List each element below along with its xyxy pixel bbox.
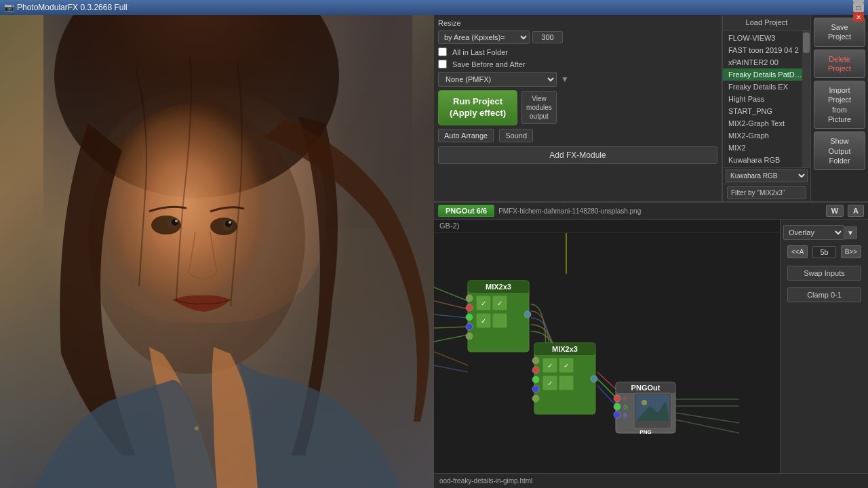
pngout-bar: PNGOut 6/6 PMFX-hichem-dahmani-1148280-u… [434,202,868,220]
svg-text:✓: ✓ [547,362,553,369]
bottom-graph-panel: GB-2) MI [434,220,868,488]
right-overlay-controls: Overlay ▼ <<A B>> Swap Inputs Clamp 0-1 [780,220,868,488]
svg-text:MIX2x3: MIX2x3 [552,345,578,353]
import-project-button[interactable]: Import Project from Picture [814,81,865,129]
svg-text:PNG: PNG [639,429,651,435]
svg-point-40 [532,367,539,373]
graph-main: GB-2) MI [434,220,780,488]
all-in-last-folder-label: All in Last Folder [452,48,508,56]
svg-text:MIX2x3: MIX2x3 [486,283,511,291]
w-button[interactable]: W [826,205,844,217]
svg-line-14 [434,301,468,309]
overlay-select-row: Overlay ▼ [783,225,865,240]
load-project-title: Load Project [723,15,810,30]
preset-select[interactable]: None (PMFX) [438,72,557,87]
view-modules-button[interactable]: View modules output [521,91,557,124]
view-modules-l1: View [532,95,547,102]
resize-value-input[interactable] [532,31,563,43]
svg-point-9 [225,220,232,227]
svg-text:✓: ✓ [564,362,569,369]
a-button[interactable]: A [848,205,864,217]
project-item-freaky-details-ex[interactable]: Freaky Details EX [723,81,810,93]
svg-point-22 [466,304,473,311]
run-project-label-line2: (Apply effect) [450,108,506,118]
project-item-kuwahara-rgb[interactable]: Kuwahara RGB [723,154,810,166]
a-nav-button[interactable]: <<A [787,245,808,258]
gb2-area-label: GB-2) [434,220,780,232]
ab-controls: <<A B>> [783,243,865,261]
svg-text:✓: ✓ [547,380,553,387]
right-panel: Resize by Area (Kpixels)= All in Last Fo… [434,15,868,488]
clamp-button[interactable]: Clamp 0-1 [787,287,861,302]
svg-point-11 [195,426,199,430]
save-project-button[interactable]: Save Project [814,18,865,47]
filter-button[interactable]: Filter by "MIX2x3" [727,186,806,199]
action-buttons-panel: Save Project Delete Project Import Proje… [810,15,868,201]
svg-point-41 [532,376,539,383]
project-item-mix2-graph[interactable]: MIX2-Graph [723,129,810,142]
project-item-flow-view3[interactable]: FLOW-VIEW3 [723,32,810,44]
main-container: Resize by Area (Kpixels)= All in Last Fo… [0,15,868,488]
view-modules-l3: output [530,113,549,120]
save-before-after-checkbox[interactable] [438,60,447,68]
portrait-svg [0,15,434,488]
svg-point-42 [532,386,539,392]
preset-arrow: ▼ [561,75,569,84]
delete-project-button[interactable]: Delete Project [814,49,865,79]
project-item-mix2-graph-text[interactable]: MIX2-Graph Text [723,117,810,129]
svg-point-25 [466,333,473,340]
run-project-label-line1: Run Project [453,96,502,106]
svg-point-66 [614,411,620,418]
left-controls: Resize by Area (Kpixels)= All in Last Fo… [434,15,722,201]
svg-text:G: G [623,404,628,411]
project-dropdown[interactable]: Kuwahara RGB [726,169,808,182]
project-list-container: FLOW-VIEW3 FAST toon 2019 04 2 xPAINTER2… [723,30,810,167]
svg-point-64 [614,403,620,410]
all-in-last-folder-row: All in Last Folder [438,47,717,56]
pngout-button[interactable]: PNGOut 6/6 [438,205,494,217]
controls-area: Resize by Area (Kpixels)= All in Last Fo… [434,15,868,202]
bottom-controls: Auto Arrange Sound [438,129,717,142]
svg-point-43 [532,395,539,402]
run-project-button[interactable]: Run Project (Apply effect) [438,90,517,125]
project-dropdown-row: Kuwahara RGB [723,167,810,184]
svg-point-23 [466,314,473,321]
resize-method-select[interactable]: by Area (Kpixels)= [438,30,530,44]
project-item-hight-pass[interactable]: Hight Pass [723,93,810,105]
resize-label: Resize [438,19,461,27]
filter-row: Filter by "MIX2x3" [723,184,810,201]
show-output-folder-button[interactable]: Show Output Folder [814,131,865,170]
all-in-last-folder-checkbox[interactable] [438,47,447,56]
project-item-xpainter200[interactable]: xPAINTER2 00 [723,56,810,68]
svg-line-13 [434,287,468,301]
b-nav-button[interactable]: B>> [841,245,861,258]
project-item-start-png[interactable]: START_PNG [723,105,810,117]
project-list: FLOW-VIEW3 FAST toon 2019 04 2 xPAINTER2… [723,30,810,167]
project-item-freaky-details-pat[interactable]: Freaky Details PatDavid [723,68,810,81]
sound-button[interactable]: Sound [499,129,533,142]
overlay-select-arrow-button[interactable]: ▼ [844,226,857,239]
project-item-mix2[interactable]: MIX2 [723,142,810,154]
svg-line-34 [434,352,468,365]
svg-point-33 [524,311,531,318]
maximize-button[interactable]: □ [853,3,864,12]
svg-text:✓: ✓ [481,300,486,307]
titlebar: 📷 PhotoModularFX 0.3.2668 Full ─ □ ✕ [0,0,868,15]
svg-line-17 [434,335,468,342]
swap-inputs-button[interactable]: Swap Inputs [787,266,861,281]
auto-arrange-button[interactable]: Auto Arrange [438,129,494,142]
add-fx-module-button[interactable]: Add FX-Module [438,146,717,164]
overlay-select[interactable]: Overlay [783,225,844,240]
svg-text:✓: ✓ [481,317,486,325]
statusbar: ood-freaky-details-in-gimp.html [434,473,868,488]
svg-point-2 [88,103,305,374]
svg-rect-29 [492,313,507,328]
project-list-scroll-thumb[interactable] [803,33,810,53]
project-list-scrollbar[interactable] [802,30,810,167]
close-button[interactable]: ✕ [853,12,864,22]
project-item-fast-toon[interactable]: FAST toon 2019 04 2 [723,44,810,56]
pngout-filename: PMFX-hichem-dahmani-1148280-unsplash.png [498,207,822,215]
svg-point-5 [172,219,178,226]
save-before-after-label: Save Before and After [452,60,526,68]
ab-value-input[interactable] [812,246,836,258]
